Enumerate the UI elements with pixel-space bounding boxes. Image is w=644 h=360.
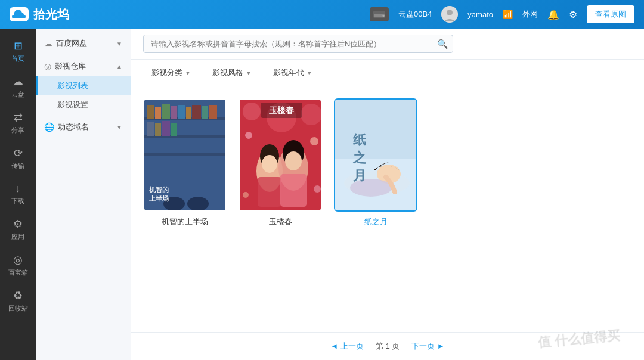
app-title: 拾光坞 — [33, 7, 69, 23]
nav-item-home[interactable]: ⊞ 首页 — [0, 33, 36, 69]
svg-text:玉楼春: 玉楼春 — [269, 105, 295, 115]
svg-point-40 — [245, 132, 252, 139]
home-icon: ⊞ — [14, 39, 23, 52]
download-icon: ↓ — [16, 182, 21, 195]
movie-card-3[interactable]: 纸 之 月 纸之月 — [334, 98, 417, 227]
wifi-icon: 📶 — [503, 10, 513, 19]
prev-page-button[interactable]: ◄ 上一页 — [330, 341, 363, 352]
nav-label-cloud: 云盘 — [11, 90, 24, 99]
search-box: 🔍 — [143, 35, 453, 53]
domain-icon: 🌐 — [44, 122, 54, 132]
sidebar-group-movie: ◎ 影视仓库 ▲ 影视列表 影视设置 — [36, 56, 131, 114]
baidu-arrow-icon: ▼ — [116, 41, 122, 47]
baobao-icon: ◎ — [13, 253, 23, 266]
svg-rect-20 — [162, 121, 170, 136]
filter-year-button[interactable]: 影视年代 ▼ — [265, 64, 321, 81]
nav-label-baobao: 百宝箱 — [8, 268, 28, 277]
movie-title-2: 玉楼春 — [269, 216, 292, 227]
svg-text:上半场: 上半场 — [149, 195, 169, 202]
movie-arrow-icon: ▲ — [116, 63, 122, 70]
svg-text:纸: 纸 — [352, 132, 366, 147]
movie-grid: 机智的 上半场 机智的上半场 — [131, 86, 644, 332]
movie-title-1: 机智的上半场 — [162, 216, 208, 227]
svg-rect-33 — [280, 174, 307, 207]
poster-image-1: 机智的 上半场 — [144, 100, 225, 210]
nav-label-apps: 应用 — [11, 232, 24, 241]
svg-rect-17 — [209, 105, 217, 119]
svg-rect-9 — [147, 105, 154, 119]
disk-label: 云盘00B4 — [398, 9, 432, 20]
svg-text:之: 之 — [352, 150, 367, 165]
svg-rect-13 — [178, 105, 185, 119]
svg-rect-18 — [147, 122, 154, 136]
nav-item-download[interactable]: ↓ 下载 — [0, 176, 36, 212]
svg-point-36 — [262, 155, 277, 173]
svg-point-37 — [285, 151, 302, 170]
nav-item-transfer[interactable]: ⟳ 传输 — [0, 141, 36, 176]
svg-point-41 — [310, 137, 318, 145]
svg-point-42 — [243, 192, 249, 198]
svg-point-43 — [314, 185, 321, 193]
toolbar: 🔍 — [131, 29, 644, 60]
nav-label-home: 首页 — [11, 54, 24, 63]
search-input[interactable] — [143, 35, 453, 53]
sidebar-baidu-label: 百度网盘 — [56, 38, 87, 49]
filter-category-button[interactable]: 影视分类 ▼ — [143, 64, 199, 81]
nav-label-download: 下载 — [11, 197, 24, 206]
current-page: 第 1 页 — [376, 341, 400, 352]
left-nav: ⊞ 首页 ☁ 云盘 ⇄ 分享 ⟳ 传输 ↓ 下载 ⚙ 应用 ◎ 百宝箱 ♻ 回收 — [0, 29, 36, 360]
svg-rect-21 — [171, 123, 177, 136]
nav-label-share: 分享 — [11, 126, 24, 135]
sidebar-movie-label: 影视仓库 — [55, 61, 86, 72]
nav-item-apps[interactable]: ⚙ 应用 — [0, 212, 36, 247]
transfer-icon: ⟳ — [14, 147, 23, 160]
sidebar-group-baidu: ☁ 百度网盘 ▼ — [36, 33, 131, 54]
filter-style-label: 影视风格 — [212, 67, 243, 78]
movie-folder-icon: ◎ — [44, 61, 51, 71]
sidebar-domain-label: 动态域名 — [58, 122, 89, 132]
app-logo: 拾光坞 — [10, 7, 69, 23]
movie-poster-2: 玉楼春 — [239, 98, 322, 212]
svg-text:机智的: 机智的 — [148, 186, 169, 193]
nav-item-baobao[interactable]: ◎ 百宝箱 — [0, 247, 36, 283]
main-layout: ⊞ 首页 ☁ 云盘 ⇄ 分享 ⟳ 传输 ↓ 下载 ⚙ 应用 ◎ 百宝箱 ♻ 回收 — [0, 29, 644, 360]
view-original-button[interactable]: 查看原图 — [587, 5, 634, 23]
search-button[interactable]: 🔍 — [437, 39, 448, 49]
sidebar-group-movie-header[interactable]: ◎ 影视仓库 ▲ — [36, 56, 131, 76]
movie-poster-1: 机智的 上半场 — [143, 98, 227, 212]
header-right: 云盘00B4 yamato 📶 外网 🔔 ⚙ 查看原图 — [370, 5, 634, 23]
pagination: ◄ 上一页 第 1 页 下一页 ► — [131, 332, 644, 360]
domain-arrow-icon: ▼ — [116, 124, 122, 131]
sidebar-group-domain-header[interactable]: 🌐 动态域名 ▼ — [36, 117, 131, 137]
avatar — [441, 6, 458, 23]
filter-category-label: 影视分类 — [151, 67, 182, 78]
baidu-icon: ☁ — [44, 39, 52, 48]
svg-point-2 — [382, 15, 384, 17]
svg-text:月: 月 — [353, 168, 366, 183]
cloud-icon — [10, 7, 29, 21]
nav-item-share[interactable]: ⇄ 分享 — [0, 105, 36, 141]
settings-icon[interactable]: ⚙ — [569, 9, 577, 20]
trash-icon: ♻ — [13, 289, 23, 302]
sidebar-item-movie-list[interactable]: 影视列表 — [36, 76, 131, 95]
movie-card-1[interactable]: 机智的 上半场 机智的上半场 — [143, 98, 227, 227]
filter-style-button[interactable]: 影视风格 ▼ — [204, 64, 260, 81]
content-area: 🔍 影视分类 ▼ 影视风格 ▼ 影视年代 ▼ — [131, 29, 644, 360]
nav-item-cloud[interactable]: ☁ 云盘 — [0, 69, 36, 105]
svg-rect-32 — [258, 177, 281, 207]
svg-point-23 — [187, 197, 209, 211]
nav-item-trash[interactable]: ♻ 回收站 — [0, 283, 36, 319]
sidebar-group-baidu-header[interactable]: ☁ 百度网盘 ▼ — [36, 33, 131, 54]
movie-card-2[interactable]: 玉楼春 玉楼春 — [239, 98, 322, 227]
movie-title-3: 纸之月 — [364, 216, 388, 227]
notification-icon[interactable]: 🔔 — [547, 9, 559, 20]
wifi-label: 外网 — [522, 9, 538, 20]
sidebar-item-movie-settings[interactable]: 影视设置 — [36, 95, 131, 114]
next-page-button[interactable]: 下一页 ► — [411, 341, 444, 352]
year-chevron-icon: ▼ — [306, 70, 312, 76]
sidebar: ☁ 百度网盘 ▼ ◎ 影视仓库 ▲ 影视列表 影视设置 🌐 动态域名 ▼ — [36, 29, 131, 360]
svg-rect-15 — [192, 105, 201, 119]
svg-point-29 — [301, 104, 322, 125]
nav-label-transfer: 传输 — [11, 162, 24, 170]
movie-poster-3: 纸 之 月 — [334, 98, 417, 212]
